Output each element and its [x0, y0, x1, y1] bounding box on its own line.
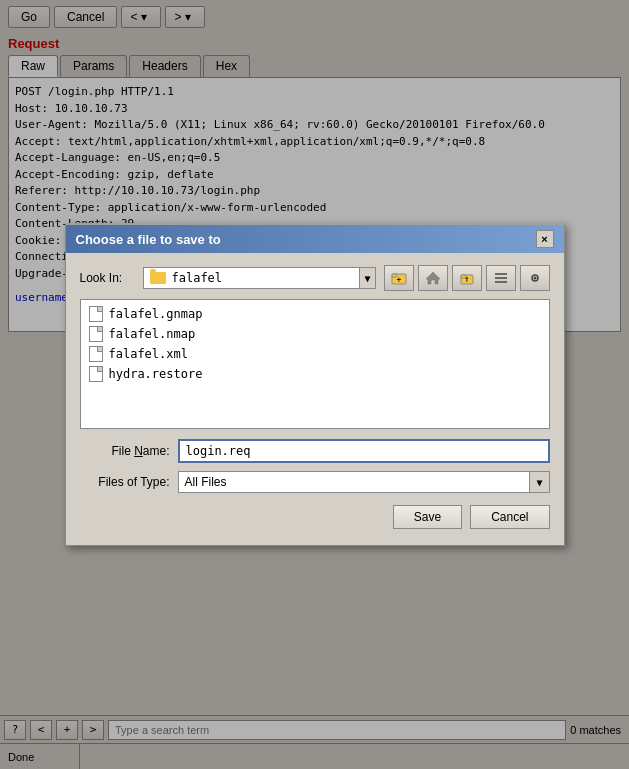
- nav-list-view[interactable]: [486, 265, 516, 291]
- dialog-titlebar: Choose a file to save to ×: [66, 225, 564, 253]
- file-name-2: falafel.xml: [109, 347, 188, 361]
- save-button[interactable]: Save: [393, 505, 462, 529]
- file-name-0: falafel.gnmap: [109, 307, 203, 321]
- file-item-0[interactable]: falafel.gnmap: [85, 304, 545, 324]
- file-name-row: File Name:: [80, 439, 550, 463]
- nav-up[interactable]: ↑: [452, 265, 482, 291]
- dialog-close-button[interactable]: ×: [536, 230, 554, 248]
- files-of-type-row: Files of Type: All Files ▼: [80, 471, 550, 493]
- file-item-1[interactable]: falafel.nmap: [85, 324, 545, 344]
- modal-overlay: Choose a file to save to × Look In: fala…: [0, 0, 629, 769]
- files-of-type-select[interactable]: All Files ▼: [178, 471, 550, 493]
- nav-new-folder[interactable]: +: [384, 265, 414, 291]
- nav-settings[interactable]: [520, 265, 550, 291]
- file-name-3: hydra.restore: [109, 367, 203, 381]
- dialog-body: Look In: falafel ▼ + ↑: [66, 253, 564, 545]
- file-name-1: falafel.nmap: [109, 327, 196, 341]
- svg-point-11: [533, 277, 536, 280]
- file-icon-3: [89, 366, 103, 382]
- file-item-3[interactable]: hydra.restore: [85, 364, 545, 384]
- dialog-title: Choose a file to save to: [76, 232, 221, 247]
- svg-text:↑: ↑: [464, 274, 469, 284]
- nav-home[interactable]: [418, 265, 448, 291]
- look-in-arrow[interactable]: ▼: [359, 268, 374, 288]
- file-name-label: File Name:: [80, 444, 170, 458]
- file-icon-1: [89, 326, 103, 342]
- dialog-buttons: Save Cancel: [80, 501, 550, 533]
- file-list[interactable]: falafel.gnmap falafel.nmap falafel.xml h…: [80, 299, 550, 429]
- look-in-value: falafel: [172, 271, 223, 285]
- file-item-2[interactable]: falafel.xml: [85, 344, 545, 364]
- look-in-row: Look In: falafel ▼ + ↑: [80, 265, 550, 291]
- svg-text:+: +: [396, 275, 401, 284]
- file-icon-0: [89, 306, 103, 322]
- cancel-dialog-button[interactable]: Cancel: [470, 505, 549, 529]
- file-icon-2: [89, 346, 103, 362]
- files-of-type-arrow[interactable]: ▼: [529, 472, 548, 492]
- nav-icons: + ↑: [384, 265, 550, 291]
- folder-icon: [150, 272, 166, 284]
- files-of-type-label: Files of Type:: [80, 475, 170, 489]
- look-in-label: Look In:: [80, 271, 135, 285]
- look-in-combo-inner: falafel: [144, 268, 360, 288]
- look-in-combo[interactable]: falafel ▼: [143, 267, 376, 289]
- svg-marker-3: [426, 272, 440, 284]
- files-of-type-value: All Files: [179, 472, 530, 492]
- file-name-input[interactable]: [178, 439, 550, 463]
- save-dialog: Choose a file to save to × Look In: fala…: [65, 223, 565, 546]
